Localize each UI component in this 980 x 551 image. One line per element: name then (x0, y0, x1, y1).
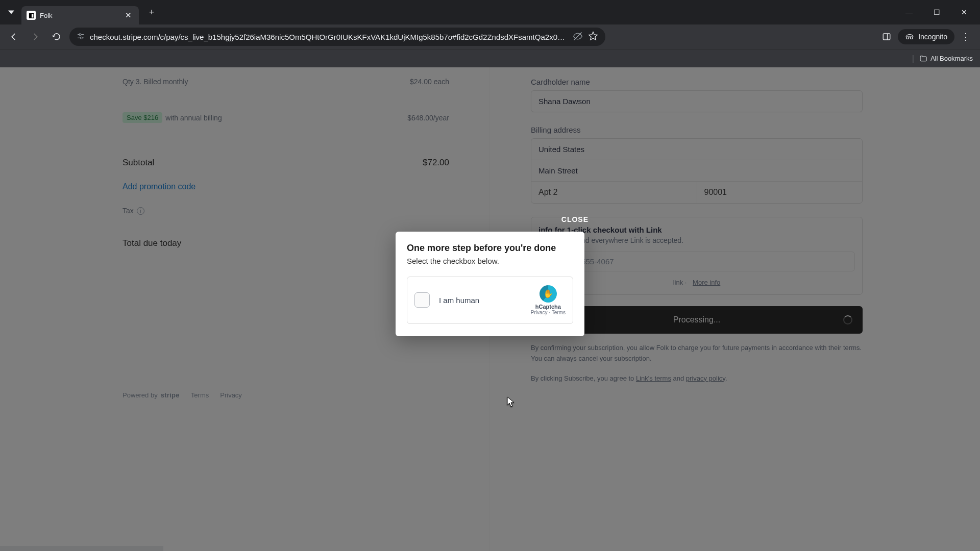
incognito-chip[interactable]: Incognito (898, 29, 954, 44)
side-panel-icon[interactable] (877, 28, 896, 46)
browser-tab[interactable]: ◧ Folk ✕ (21, 6, 139, 24)
browser-toolbar: checkout.stripe.com/c/pay/cs_live_b15hgj… (0, 24, 980, 49)
bookmarks-separator: | (912, 54, 914, 63)
tab-favicon-icon: ◧ (27, 11, 36, 20)
modal-close-button[interactable]: CLOSE (561, 215, 589, 223)
captcha-label: I am human (439, 296, 479, 305)
url-text: checkout.stripe.com/c/pay/cs_live_b15hgj… (90, 33, 568, 41)
folder-icon (919, 55, 927, 63)
bookmark-star-icon[interactable] (588, 31, 598, 43)
new-tab-button[interactable]: + (145, 5, 159, 20)
incognito-label: Incognito (918, 33, 947, 41)
captcha-brand-links[interactable]: Privacy · Terms (531, 310, 566, 315)
mouse-cursor-icon (507, 396, 515, 408)
svg-rect-7 (883, 34, 890, 40)
incognito-icon (905, 32, 914, 41)
menu-icon[interactable]: ⋮ (957, 28, 975, 46)
captcha-modal: One more step before you're done Select … (396, 232, 584, 336)
forward-button[interactable] (27, 28, 44, 45)
tab-close-icon[interactable]: ✕ (123, 11, 134, 20)
window-maximize-icon[interactable]: ☐ (925, 4, 948, 20)
site-settings-icon[interactable] (77, 32, 85, 42)
hcaptcha-logo-icon (540, 285, 557, 303)
reload-button[interactable] (48, 28, 65, 45)
all-bookmarks-label: All Bookmarks (930, 55, 973, 62)
back-button[interactable] (5, 28, 22, 45)
captcha-brand-name: hCaptcha (531, 304, 566, 310)
modal-title: One more step before you're done (407, 243, 573, 254)
svg-rect-0 (78, 34, 80, 35)
window-minimize-icon[interactable]: — (897, 4, 921, 20)
eye-off-icon[interactable] (573, 31, 583, 43)
captcha-brand: hCaptcha Privacy · Terms (531, 285, 566, 315)
bookmarks-bar: | All Bookmarks (0, 49, 980, 67)
modal-overlay: CLOSE One more step before you're done S… (0, 67, 980, 551)
address-bar[interactable]: checkout.stripe.com/c/pay/cs_live_b15hgj… (69, 28, 605, 46)
browser-titlebar: ◧ Folk ✕ + — ☐ ✕ (0, 0, 980, 24)
all-bookmarks-button[interactable]: All Bookmarks (919, 55, 973, 63)
tab-search-dropdown[interactable] (4, 5, 18, 19)
page-viewport: Qty 3. Billed monthly $24.00 each Save $… (0, 67, 980, 551)
tab-title: Folk (40, 12, 119, 19)
svg-rect-3 (82, 37, 84, 38)
modal-subtitle: Select the checkbox below. (407, 257, 573, 265)
hcaptcha-widget: I am human hCaptcha Privacy · Terms (407, 277, 573, 324)
captcha-checkbox[interactable] (414, 292, 430, 308)
window-close-icon[interactable]: ✕ (952, 4, 976, 20)
